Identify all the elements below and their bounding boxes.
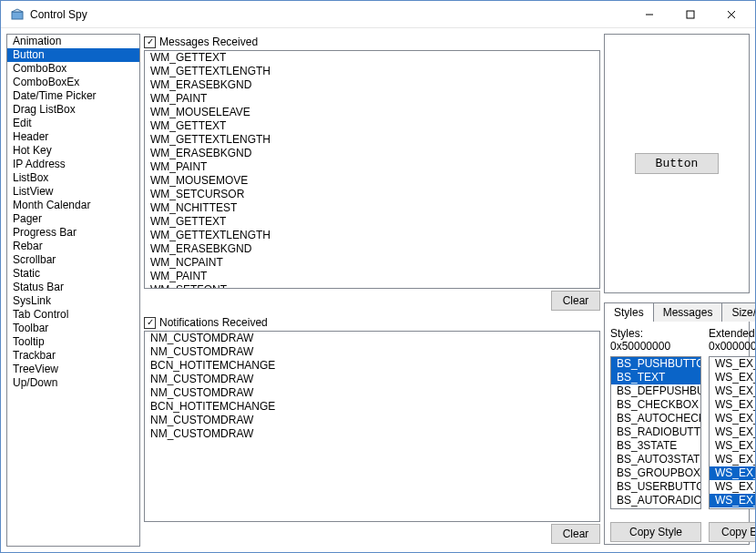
list-item[interactable]: BS_AUTO3STATE: [611, 453, 700, 466]
list-item[interactable]: BCN_HOTITEMCHANGE: [145, 400, 599, 414]
list-item[interactable]: WS_EX_CONTEXTHELP: [710, 398, 755, 412]
list-item[interactable]: WM_GETTEXT: [145, 215, 599, 229]
copy-style-button[interactable]: Copy Style: [610, 522, 701, 542]
list-item[interactable]: Tooltip: [7, 335, 139, 349]
list-item[interactable]: NM_CUSTOMDRAW: [145, 345, 599, 359]
list-item[interactable]: ListBox: [7, 171, 139, 185]
maximize-button[interactable]: [669, 1, 710, 27]
list-item[interactable]: WS_EX_LAYOUTRTL: [710, 453, 755, 466]
tabs-area: StylesMessagesSize/ColorAbout Styles: 0x…: [604, 299, 750, 545]
list-item[interactable]: Progress Bar: [7, 226, 139, 240]
list-item[interactable]: BCN_HOTITEMCHANGE: [145, 359, 599, 373]
list-item[interactable]: Trackbar: [7, 349, 139, 363]
exstyles-list[interactable]: WS_EX_ACCEPTFILESWS_EX_CLIENTEDGEWS_EX_C…: [709, 356, 755, 509]
list-item[interactable]: Hot Key: [7, 144, 139, 158]
list-item[interactable]: WM_PAINT: [145, 160, 599, 174]
list-item[interactable]: WS_EX_LEFTSCROLLBAR: [710, 480, 755, 494]
list-item[interactable]: WM_PAINT: [145, 270, 599, 283]
messages-checkbox[interactable]: ✓: [144, 36, 156, 48]
notifications-clear-button[interactable]: Clear: [551, 524, 600, 544]
copy-exstyle-button[interactable]: Copy ExStyle: [709, 522, 755, 542]
messages-list[interactable]: WM_GETTEXTWM_GETTEXTLENGTHWM_ERASEBKGNDW…: [144, 50, 600, 289]
list-item[interactable]: BS_USERBUTTON: [611, 480, 700, 494]
list-item[interactable]: WM_ERASEBKGND: [145, 78, 599, 92]
list-item[interactable]: Static: [7, 267, 139, 281]
list-item[interactable]: BS_3STATE: [611, 439, 700, 453]
list-item[interactable]: WS_EX_COMPOSITED: [710, 384, 755, 398]
list-item[interactable]: BS_AUTOCHECKBOX: [611, 412, 700, 425]
messages-clear-button[interactable]: Clear: [551, 291, 600, 311]
list-item[interactable]: WM_PAINT: [145, 92, 599, 106]
list-item[interactable]: BS_AUTORADIOBUTTON: [611, 494, 700, 507]
notifications-list[interactable]: NM_CUSTOMDRAWNM_CUSTOMDRAWBCN_HOTITEMCHA…: [144, 331, 600, 522]
list-item[interactable]: WS_EX_ACCEPTFILES: [710, 357, 755, 371]
list-item[interactable]: Up/Down: [7, 376, 139, 390]
controls-panel: AnimationButtonComboBoxComboBoxExDate/Ti…: [6, 34, 140, 547]
right-panel: ✓ Messages Received WM_GETTEXTWM_GETTEXT…: [144, 34, 600, 547]
list-item[interactable]: Date/Time Picker: [7, 89, 139, 103]
list-item[interactable]: WM_MOUSELEAVE: [145, 106, 599, 119]
list-item[interactable]: WM_ERASEBKGND: [145, 147, 599, 160]
list-item[interactable]: WS_EX_LAYERED: [710, 439, 755, 453]
tab-messages[interactable]: Messages: [653, 302, 723, 322]
list-item[interactable]: WM_NCHITTEST: [145, 201, 599, 215]
list-item[interactable]: Toolbar: [7, 322, 139, 335]
list-item[interactable]: Rebar: [7, 240, 139, 253]
list-item[interactable]: NM_CUSTOMDRAW: [145, 373, 599, 386]
styles-label: Styles: 0x50000000: [610, 325, 701, 354]
list-item[interactable]: WM_ERASEBKGND: [145, 242, 599, 256]
list-item[interactable]: TreeView: [7, 363, 139, 376]
list-item[interactable]: Status Bar: [7, 281, 139, 294]
list-item[interactable]: Tab Control: [7, 308, 139, 322]
list-item[interactable]: ListView: [7, 185, 139, 199]
list-item[interactable]: WS_EX_MDICHILD: [710, 507, 755, 509]
list-item[interactable]: Animation: [7, 35, 139, 48]
tab-size-color[interactable]: Size/Color: [721, 302, 755, 322]
close-button[interactable]: [710, 1, 751, 27]
list-item[interactable]: NM_CUSTOMDRAW: [145, 427, 599, 441]
tab-styles[interactable]: Styles: [604, 302, 654, 322]
list-item[interactable]: WM_GETTEXT: [145, 51, 599, 65]
controls-list[interactable]: AnimationButtonComboBoxComboBoxExDate/Ti…: [6, 34, 140, 547]
list-item[interactable]: WM_GETTEXTLENGTH: [145, 229, 599, 242]
list-item[interactable]: Edit: [7, 117, 139, 130]
svg-rect-3: [687, 11, 694, 18]
list-item[interactable]: BS_RADIOBUTTON: [611, 425, 700, 439]
list-item[interactable]: ComboBox: [7, 62, 139, 76]
list-item[interactable]: IP Address: [7, 158, 139, 171]
list-item[interactable]: BS_GROUPBOX: [611, 466, 700, 480]
list-item[interactable]: Button: [7, 48, 139, 62]
list-item[interactable]: WS_EX_CONTROLPARENT: [710, 412, 755, 425]
list-item[interactable]: BS_OWNERDRAW: [611, 507, 700, 509]
list-item[interactable]: WM_GETTEXTLENGTH: [145, 133, 599, 147]
list-item[interactable]: Month Calendar: [7, 199, 139, 212]
list-item[interactable]: BS_DEFPUSHBUTTON: [611, 384, 700, 398]
list-item[interactable]: WM_NCPAINT: [145, 256, 599, 270]
sample-button[interactable]: Button: [635, 153, 720, 174]
list-item[interactable]: WM_GETTEXTLENGTH: [145, 65, 599, 78]
list-item[interactable]: WS_EX_LTRREADING: [710, 494, 755, 507]
list-item[interactable]: Scrollbar: [7, 253, 139, 267]
styles-list[interactable]: BS_PUSHBUTTONBS_TEXTBS_DEFPUSHBUTTONBS_C…: [610, 356, 701, 509]
list-item[interactable]: WS_EX_LEFT: [710, 466, 755, 480]
minimize-button[interactable]: [628, 1, 669, 27]
list-item[interactable]: Drag ListBox: [7, 103, 139, 117]
list-item[interactable]: BS_TEXT: [611, 371, 700, 384]
list-item[interactable]: ComboBoxEx: [7, 76, 139, 89]
list-item[interactable]: Pager: [7, 212, 139, 226]
window-title: Control Spy: [30, 8, 628, 21]
notifications-checkbox[interactable]: ✓: [144, 317, 156, 329]
list-item[interactable]: WS_EX_DLGMODALFRAME: [710, 425, 755, 439]
list-item[interactable]: WM_GETTEXT: [145, 119, 599, 133]
list-item[interactable]: BS_PUSHBUTTON: [611, 357, 700, 371]
list-item[interactable]: SysLink: [7, 294, 139, 308]
list-item[interactable]: NM_CUSTOMDRAW: [145, 414, 599, 427]
list-item[interactable]: WM_SETCURSOR: [145, 188, 599, 201]
list-item[interactable]: BS_CHECKBOX: [611, 398, 700, 412]
list-item[interactable]: WM_MOUSEMOVE: [145, 174, 599, 188]
tabstrip: StylesMessagesSize/ColorAbout: [604, 299, 750, 321]
list-item[interactable]: WS_EX_CLIENTEDGE: [710, 371, 755, 384]
list-item[interactable]: Header: [7, 130, 139, 144]
list-item[interactable]: NM_CUSTOMDRAW: [145, 386, 599, 400]
list-item[interactable]: NM_CUSTOMDRAW: [145, 332, 599, 345]
